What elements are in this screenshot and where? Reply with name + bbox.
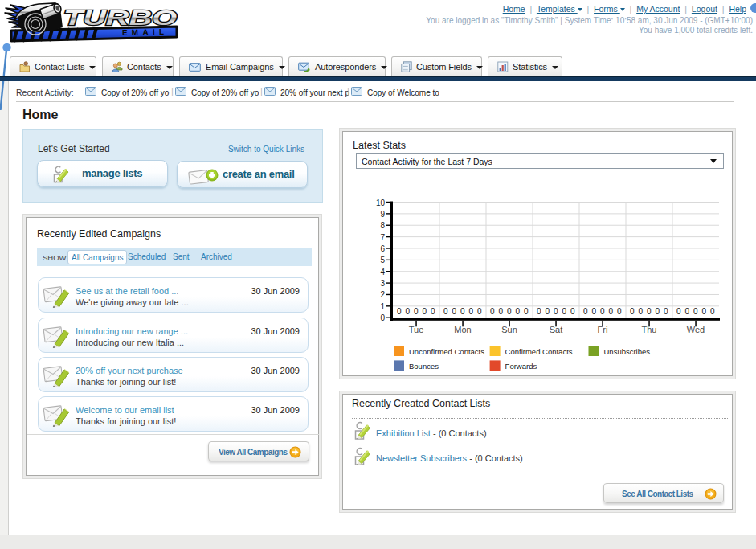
svg-text:0: 0: [617, 307, 622, 316]
svg-text:0: 0: [685, 307, 690, 316]
svg-text:Forwards: Forwards: [505, 362, 537, 371]
svg-text:0: 0: [414, 307, 419, 316]
svg-text:0: 0: [630, 307, 635, 316]
svg-text:6: 6: [380, 244, 385, 253]
svg-text:0: 0: [423, 307, 427, 316]
svg-text:0: 0: [460, 307, 465, 316]
svg-text:3: 3: [380, 279, 385, 288]
svg-text:0: 0: [546, 307, 550, 316]
svg-text:0: 0: [490, 307, 495, 316]
svg-text:5: 5: [380, 256, 385, 264]
svg-text:0: 0: [639, 307, 644, 316]
svg-text:7: 7: [380, 233, 385, 242]
svg-text:Sun: Sun: [501, 325, 517, 334]
svg-text:0: 0: [647, 307, 652, 316]
svg-text:9: 9: [380, 210, 385, 219]
svg-text:0: 0: [516, 307, 521, 316]
svg-text:10: 10: [376, 199, 386, 207]
svg-text:0: 0: [570, 307, 575, 316]
svg-text:0: 0: [431, 307, 435, 316]
svg-text:0: 0: [710, 307, 715, 316]
svg-text:Fri: Fri: [598, 325, 608, 334]
svg-text:Sat: Sat: [550, 325, 563, 334]
svg-text:8: 8: [380, 221, 385, 230]
svg-text:Confirmed Contacts: Confirmed Contacts: [505, 347, 573, 356]
svg-text:0: 0: [609, 307, 614, 316]
svg-text:0: 0: [380, 313, 385, 322]
svg-text:0: 0: [397, 307, 402, 316]
svg-text:Unconfirmed Contacts: Unconfirmed Contacts: [409, 347, 484, 356]
svg-text:Mon: Mon: [454, 325, 471, 334]
svg-text:0: 0: [469, 307, 474, 316]
svg-text:0: 0: [507, 307, 512, 316]
svg-text:0: 0: [693, 307, 698, 316]
svg-text:0: 0: [656, 307, 660, 316]
svg-text:0: 0: [583, 307, 588, 316]
svg-text:0: 0: [499, 307, 504, 316]
svg-text:Tue: Tue: [409, 325, 424, 334]
svg-text:0: 0: [676, 307, 681, 316]
svg-text:0: 0: [524, 307, 529, 316]
svg-text:0: 0: [562, 307, 567, 316]
svg-text:0: 0: [406, 307, 411, 316]
svg-text:2: 2: [380, 290, 385, 299]
svg-text:1: 1: [380, 302, 385, 311]
svg-text:0: 0: [702, 307, 707, 316]
svg-text:0: 0: [443, 307, 448, 316]
svg-text:0: 0: [592, 307, 597, 316]
svg-text:0: 0: [554, 307, 558, 316]
svg-text:Bounces: Bounces: [409, 362, 439, 371]
svg-text:4: 4: [380, 268, 385, 277]
svg-text:Unsubscribes: Unsubscribes: [604, 347, 651, 356]
svg-text:Thu: Thu: [642, 325, 657, 334]
svg-text:0: 0: [477, 307, 482, 316]
svg-text:Wed: Wed: [687, 325, 705, 334]
svg-text:0: 0: [664, 307, 668, 316]
svg-text:0: 0: [452, 307, 457, 316]
svg-text:0: 0: [537, 307, 541, 316]
svg-text:0: 0: [600, 307, 605, 316]
